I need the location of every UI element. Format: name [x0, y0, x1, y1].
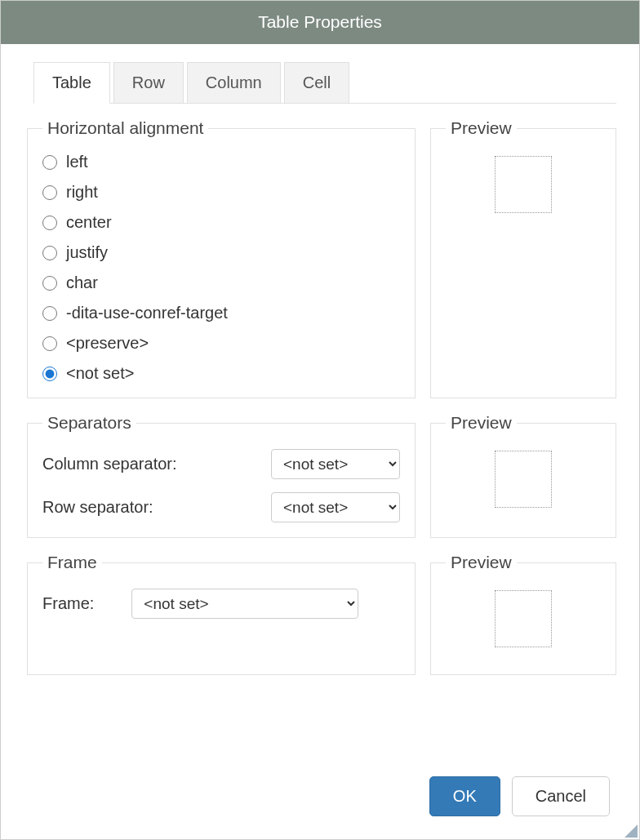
frame-setting-row: Frame: <not set>: [42, 589, 400, 619]
radio-input-halign-left[interactable]: [42, 155, 57, 170]
radio-label: <not set>: [66, 364, 134, 383]
row-row-separator: Row separator: <not set>: [42, 492, 400, 522]
legend-preview-separators: Preview: [446, 413, 517, 433]
dialog-content: Table Row Column Cell Horizontal alignme…: [1, 44, 639, 762]
tab-row-label: Row: [132, 73, 165, 91]
radio-input-halign-center[interactable]: [42, 216, 57, 230]
tab-table[interactable]: Table: [33, 62, 110, 104]
legend-preview-halign: Preview: [446, 118, 517, 138]
radio-label: -dita-use-conref-target: [66, 304, 228, 322]
radio-label: right: [66, 183, 98, 202]
dialog-titlebar: Table Properties: [1, 1, 639, 44]
tab-table-label: Table: [52, 73, 91, 91]
radio-input-halign-dita[interactable]: [42, 306, 57, 321]
ok-button[interactable]: OK: [429, 776, 500, 816]
radio-halign-center[interactable]: center: [42, 213, 400, 232]
radio-halign-char[interactable]: char: [42, 273, 400, 292]
resize-handle-icon[interactable]: [623, 823, 638, 838]
label-frame: Frame:: [42, 594, 94, 613]
radio-input-halign-char[interactable]: [42, 276, 57, 291]
radio-label: <preserve>: [66, 334, 149, 353]
radio-label: justify: [66, 243, 108, 262]
preview-box-halign: [495, 156, 552, 213]
cancel-button[interactable]: Cancel: [512, 776, 610, 816]
legend-halign: Horizontal alignment: [42, 118, 208, 138]
tab-row[interactable]: Row: [113, 62, 184, 103]
radio-input-halign-justify[interactable]: [42, 246, 57, 260]
radio-halign-justify[interactable]: justify: [42, 243, 400, 262]
radio-list-halign: left right center justify: [42, 153, 400, 383]
dialog-footer: OK Cancel: [1, 762, 639, 839]
radio-halign-left[interactable]: left: [42, 153, 400, 171]
select-col-separator[interactable]: <not set>: [271, 449, 400, 479]
radio-label: center: [66, 213, 112, 232]
radio-input-halign-preserve[interactable]: [42, 336, 57, 351]
separator-rows: Column separator: <not set> Row separato…: [42, 449, 400, 522]
radio-label: char: [66, 273, 98, 292]
row-separators: Separators Column separator: <not set> R…: [27, 413, 616, 538]
radio-input-halign-right[interactable]: [42, 185, 57, 200]
fieldset-separators: Separators Column separator: <not set> R…: [27, 413, 416, 538]
select-row-separator[interactable]: <not set>: [271, 492, 400, 522]
label-col-separator: Column separator:: [42, 455, 177, 473]
tab-cell-label: Cell: [303, 73, 331, 91]
fieldset-preview-halign: Preview: [430, 118, 616, 398]
sections: Horizontal alignment left right cente: [27, 118, 616, 675]
fieldset-halign: Horizontal alignment left right cente: [27, 118, 416, 398]
legend-separators: Separators: [42, 413, 136, 433]
cancel-button-label: Cancel: [536, 787, 586, 805]
legend-frame: Frame: [42, 553, 102, 572]
legend-preview-frame: Preview: [446, 553, 517, 572]
dialog-table-properties: Table Properties Table Row Column Cell H…: [0, 0, 640, 840]
radio-label: left: [66, 153, 88, 171]
fieldset-frame: Frame Frame: <not set>: [27, 553, 416, 675]
radio-halign-dita[interactable]: -dita-use-conref-target: [42, 304, 400, 322]
row-frame: Frame Frame: <not set> Preview: [27, 553, 616, 675]
fieldset-preview-frame: Preview: [430, 553, 616, 675]
tab-column-label: Column: [206, 73, 262, 91]
row-col-separator: Column separator: <not set>: [42, 449, 400, 479]
label-row-separator: Row separator:: [42, 498, 153, 517]
select-frame[interactable]: <not set>: [131, 589, 358, 619]
tab-column[interactable]: Column: [187, 62, 281, 103]
tab-bar: Table Row Column Cell: [33, 62, 616, 104]
radio-halign-notset[interactable]: <not set>: [42, 364, 400, 383]
preview-box-separators: [495, 451, 552, 508]
ok-button-label: OK: [453, 787, 477, 805]
tab-cell[interactable]: Cell: [284, 62, 349, 103]
row-halign: Horizontal alignment left right cente: [27, 118, 616, 398]
radio-input-halign-notset[interactable]: [42, 367, 57, 381]
radio-halign-right[interactable]: right: [42, 183, 400, 202]
radio-halign-preserve[interactable]: <preserve>: [42, 334, 400, 353]
fieldset-preview-separators: Preview: [430, 413, 616, 538]
dialog-title: Table Properties: [258, 12, 382, 31]
preview-box-frame: [495, 590, 552, 647]
